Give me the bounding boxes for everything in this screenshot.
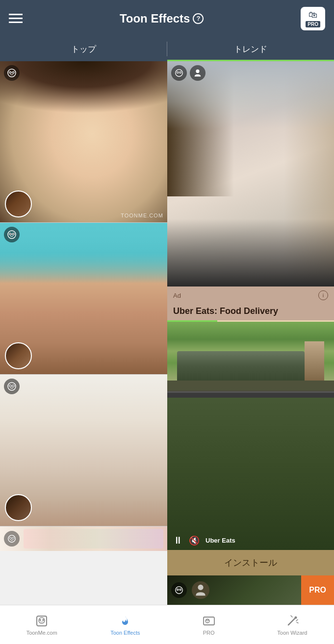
svg-line-47 (291, 616, 292, 617)
watermark-text: TOONME.COM (121, 213, 163, 218)
pro-badge[interactable]: PRO (301, 575, 334, 605)
svg-point-5 (8, 231, 16, 239)
pro-icon (202, 614, 216, 628)
svg-point-43 (208, 620, 208, 620)
toon-icon-2 (4, 227, 20, 242)
svg-point-14 (13, 385, 14, 386)
svg-point-45 (294, 616, 297, 619)
toon-icon-3 (4, 379, 20, 394)
ad-pause-button[interactable]: ⏸ (173, 535, 183, 546)
nav-toonwizard-label: Toon Wizard (277, 630, 307, 636)
nav-tooneffects-label: Toon Effects (110, 630, 140, 636)
svg-point-37 (43, 620, 44, 620)
ad-video-area[interactable]: ⏸ 🔇 Uber Eats (167, 322, 334, 550)
menu-button[interactable] (9, 14, 23, 23)
svg-point-26 (176, 587, 182, 594)
svg-point-20 (176, 70, 182, 76)
person-icon-fourth (192, 581, 209, 599)
svg-point-36 (40, 620, 41, 620)
shopping-bag-icon: 🛍 (308, 10, 317, 20)
svg-point-39 (206, 619, 209, 623)
svg-point-31 (198, 585, 203, 590)
main-content: TOONME.COM (0, 61, 334, 605)
person-mode-icon[interactable] (190, 65, 206, 81)
ad-label: Ad (173, 292, 181, 299)
svg-point-30 (180, 589, 181, 590)
left-item-2[interactable] (0, 223, 167, 375)
nav-pro-label: PRO (203, 630, 215, 636)
ad-section: Ad i Uber Eats: Food Delivery (167, 286, 334, 575)
svg-point-42 (206, 620, 207, 620)
svg-point-25 (196, 70, 199, 73)
ad-install-button[interactable]: インストール (167, 550, 334, 575)
toon-mode-icon[interactable] (171, 65, 187, 81)
tab-trend[interactable]: トレンド (167, 37, 334, 61)
svg-line-48 (297, 622, 298, 623)
svg-point-23 (177, 72, 178, 73)
svg-point-10 (8, 382, 16, 390)
ad-video-frame-top (167, 322, 334, 381)
right-top-image[interactable] (167, 61, 334, 286)
ad-video-frame-bottom: ⏸ 🔇 Uber Eats (167, 381, 334, 550)
left-item-1[interactable]: TOONME.COM (0, 61, 167, 223)
pro-purchase-button[interactable]: 🛍 PRO (301, 7, 325, 30)
flame-icon (118, 614, 132, 628)
svg-point-15 (8, 535, 15, 542)
user-thumbnail-1 (5, 191, 32, 217)
ad-title: Uber Eats: Food Delivery (167, 304, 334, 320)
app-title-text: Toon Effects (120, 12, 190, 25)
user-thumbnail-3 (5, 494, 32, 521)
user-thumbnail-2 (5, 342, 32, 369)
nav-toonme-label: ToonMe.com (26, 630, 57, 636)
svg-line-46 (296, 620, 298, 621)
right-cartoon-image (167, 61, 334, 286)
nav-pro[interactable]: PRO (167, 605, 251, 644)
left-item-3[interactable] (0, 375, 167, 526)
left-bottom-strip[interactable] (0, 526, 167, 551)
right-fourth-item[interactable]: PRO (167, 575, 334, 605)
ad-install-label: インストール (224, 557, 277, 569)
nav-toonwizard[interactable]: Toon Wizard (251, 605, 334, 644)
app-header: Toon Effects ? 🛍 PRO (0, 0, 334, 37)
uber-brand-logo: Uber Eats (206, 537, 235, 544)
svg-point-9 (13, 234, 14, 235)
nav-toonme[interactable]: ToonMe.com (0, 605, 83, 644)
svg-point-4 (13, 72, 14, 73)
ad-info-icon[interactable]: i (318, 290, 328, 300)
right-top-icons (171, 65, 206, 81)
svg-point-13 (10, 385, 11, 386)
ad-mute-button[interactable]: 🔇 (189, 535, 200, 546)
svg-point-3 (10, 72, 11, 73)
floral-decoration (24, 529, 163, 549)
svg-point-19 (13, 538, 14, 539)
wand-icon (285, 614, 299, 628)
nav-tooneffects[interactable]: Toon Effects (83, 605, 167, 644)
svg-point-29 (177, 589, 178, 590)
fourth-toon-icon (171, 582, 187, 598)
bottom-navigation: ToonMe.com Toon Effects PRO Toon Wizard (0, 605, 334, 644)
bottom-toon-icon (4, 531, 20, 547)
svg-point-18 (10, 538, 11, 539)
svg-line-44 (288, 618, 295, 625)
ad-controls: ⏸ 🔇 Uber Eats (173, 535, 235, 546)
tab-top[interactable]: トップ (0, 37, 167, 61)
toonme-icon (35, 614, 49, 628)
pro-badge-label: PRO (309, 586, 326, 595)
toon-icon-1 (4, 65, 20, 81)
ad-header: Ad i (167, 286, 334, 304)
svg-point-0 (8, 69, 16, 77)
app-title: Toon Effects ? (120, 12, 204, 25)
svg-point-8 (10, 234, 11, 235)
tab-bar: トップ トレンド (0, 37, 334, 61)
pro-label: PRO (306, 21, 320, 27)
right-column: Ad i Uber Eats: Food Delivery (167, 61, 334, 605)
left-column: TOONME.COM (0, 61, 167, 605)
help-icon[interactable]: ? (193, 13, 204, 24)
svg-point-24 (180, 72, 181, 73)
